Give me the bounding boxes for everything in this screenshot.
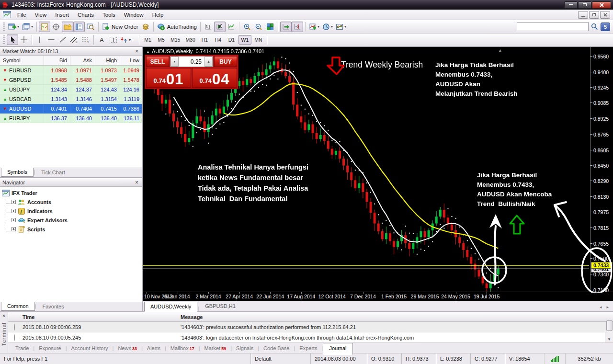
terminal-tab-experts[interactable]: Experts <box>295 344 321 353</box>
sell-price-tile[interactable]: 0.74 01 <box>146 68 191 88</box>
navigator-item-expert-advisors[interactable]: Expert Advisors <box>2 216 142 225</box>
navigator-item-scripts[interactable]: Scripts <box>2 225 142 234</box>
close-icon[interactable]: × <box>134 180 139 185</box>
text-tool[interactable]: A <box>96 34 107 45</box>
window-minimize-button[interactable] <box>564 1 578 9</box>
timeframe-button-d1[interactable]: D1 <box>225 35 238 45</box>
chart-plot-area[interactable]: ▲AUDUSD,Weekly 0.7414 0.7415 0.7386 0.74… <box>143 47 613 292</box>
search-input[interactable] <box>517 22 589 31</box>
candlestick-button[interactable] <box>214 22 226 32</box>
terminal-tab-trade[interactable]: Trade <box>11 344 33 353</box>
market-watch-row-usdjpy[interactable]: ▲USDJPY124.34124.37124.43124.16 <box>0 85 142 94</box>
terminal-toggle[interactable] <box>73 22 85 32</box>
caret-down-icon[interactable]: ▾ <box>31 24 33 29</box>
strategy-tester-button[interactable] <box>85 22 96 32</box>
expand-icon[interactable] <box>11 200 16 204</box>
zoom-out-button[interactable] <box>253 22 264 32</box>
bar-chart-button[interactable] <box>203 22 214 32</box>
terminal-tab-signals[interactable]: Signals <box>232 344 258 353</box>
terminal-tab-exposure[interactable]: Exposure <box>34 344 65 353</box>
sell-button[interactable]: SELL <box>146 56 169 67</box>
chart-close-button[interactable] <box>600 11 610 19</box>
market-watch-tab-symbols[interactable]: Symbols <box>1 168 34 177</box>
terminal-tab-alerts[interactable]: Alerts <box>143 344 165 353</box>
navigator-tab-common[interactable]: Common <box>1 302 35 311</box>
notification-badge[interactable]: 5 <box>601 23 610 31</box>
chart-minimize-button[interactable] <box>578 11 588 19</box>
periods-button[interactable]: ▾ <box>321 22 334 32</box>
toolbar-grip[interactable] <box>3 23 5 31</box>
menu-item-file[interactable]: File <box>13 11 31 19</box>
caret-down-icon[interactable]: ▾ <box>318 24 319 29</box>
toolbar-grip[interactable] <box>3 35 5 44</box>
zoom-in-button[interactable] <box>241 22 253 32</box>
expand-icon[interactable] <box>11 209 16 213</box>
journal-row[interactable]: 2015.08.10 09:00:05.245'1434603': login … <box>8 332 613 342</box>
navigator-root[interactable]: IFX Trader <box>2 188 142 197</box>
search-icon[interactable] <box>591 23 598 30</box>
tile-windows-button[interactable] <box>264 22 276 32</box>
chart-shift-toggle[interactable] <box>292 22 303 32</box>
timeframe-button-h1[interactable]: H1 <box>198 35 211 45</box>
fibonacci-tool[interactable]: F <box>80 34 91 45</box>
menu-item-insert[interactable]: Insert <box>51 11 73 19</box>
caret-down-icon[interactable]: ▾ <box>344 24 346 29</box>
timeframe-button-w1[interactable]: W1 <box>238 35 251 45</box>
timeframe-button-m5[interactable]: M5 <box>155 35 168 45</box>
caret-down-icon[interactable]: ▾ <box>129 38 131 42</box>
terminal-tab-code-base[interactable]: Code Base <box>259 344 294 353</box>
equidistant-channel-tool[interactable]: E <box>68 34 80 45</box>
chart-profiles-button[interactable]: ▾ <box>21 22 34 32</box>
close-icon[interactable]: × <box>2 313 5 318</box>
scroll-down-icon[interactable]: ▼ <box>607 337 611 341</box>
menu-item-charts[interactable]: Charts <box>73 11 98 19</box>
terminal-tab-news[interactable]: News33 <box>114 344 141 353</box>
templates-button[interactable]: ▾ <box>334 22 348 32</box>
menu-item-view[interactable]: View <box>31 11 51 19</box>
terminal-tab-account-history[interactable]: Account History <box>67 344 113 353</box>
tab-scroll-right-icon[interactable]: ▸ <box>606 305 609 309</box>
status-profile[interactable]: Default <box>250 353 310 364</box>
market-watch-row-audusd[interactable]: ▼AUDUSD0.74010.74040.74150.7386 <box>0 104 142 114</box>
date-axis[interactable]: 10 Nov 20135 Jan 20142 Mar 201427 Apr 20… <box>143 292 613 301</box>
scrollbar-thumb[interactable] <box>606 320 613 331</box>
volume-decrease-button[interactable]: ▼ <box>170 57 179 67</box>
chart-restore-button[interactable] <box>589 11 599 19</box>
crosshair-tool-button[interactable] <box>18 34 30 45</box>
volume-value[interactable]: 0.25 <box>179 57 204 67</box>
market-watch-row-gbpusd[interactable]: ▼GBPUSD1.54851.54881.54971.5478 <box>0 75 142 85</box>
menu-item-window[interactable]: Window <box>120 11 148 19</box>
journal-row[interactable]: 2015.08.10 09:00:06.259'1434603': previo… <box>8 322 613 332</box>
window-close-button[interactable] <box>592 1 611 9</box>
chart-tab-audusd-weekly[interactable]: AUDUSD,Weekly <box>144 302 197 312</box>
market-watch-tab-tick-chart[interactable]: Tick Chart <box>35 168 71 177</box>
timeframe-button-m1[interactable]: M1 <box>141 35 154 45</box>
autoscroll-toggle[interactable] <box>280 22 292 32</box>
expand-icon[interactable] <box>11 218 16 222</box>
navigator-item-accounts[interactable]: Accounts <box>2 197 142 206</box>
market-watch-row-usdcad[interactable]: ▲USDCAD1.31431.31461.31541.3119 <box>0 94 142 104</box>
terminal-scrollbar[interactable]: ▲ ▼ <box>605 322 613 342</box>
cursor-tool-button[interactable] <box>7 34 18 45</box>
timeframe-button-h4[interactable]: H4 <box>212 35 225 45</box>
caret-down-icon[interactable]: ▾ <box>17 24 19 29</box>
arrows-tool[interactable]: ▾ <box>119 34 132 45</box>
horizontal-line-tool[interactable] <box>45 34 57 45</box>
collapse-triangle-icon[interactable]: ▲ <box>146 50 150 54</box>
text-label-tool[interactable]: T <box>107 34 119 45</box>
history-center-button[interactable] <box>140 22 151 32</box>
tab-scroll-left-icon[interactable]: ◂ <box>600 305 602 309</box>
new-order-button[interactable]: New Order <box>101 22 140 32</box>
caret-down-icon[interactable]: ▾ <box>331 24 333 29</box>
market-watch-row-eurusd[interactable]: ▼EURUSD1.09681.09711.09731.0949 <box>0 66 142 75</box>
window-restore-button[interactable] <box>578 1 591 9</box>
market-watch-toggle[interactable] <box>39 22 50 32</box>
expand-icon[interactable] <box>11 227 16 231</box>
timeframe-button-m30[interactable]: M30 <box>183 35 197 45</box>
timeframe-button-mn[interactable]: MN <box>252 35 265 45</box>
menu-item-tools[interactable]: Tools <box>98 11 120 19</box>
price-scale[interactable]: 0.95600.94000.92450.90850.89250.87650.86… <box>590 47 613 292</box>
navigator-item-indicators[interactable]: fIndicators <box>2 206 142 216</box>
terminal-tab-mailbox[interactable]: Mailbox17 <box>166 344 199 353</box>
trendline-tool[interactable] <box>57 34 68 45</box>
